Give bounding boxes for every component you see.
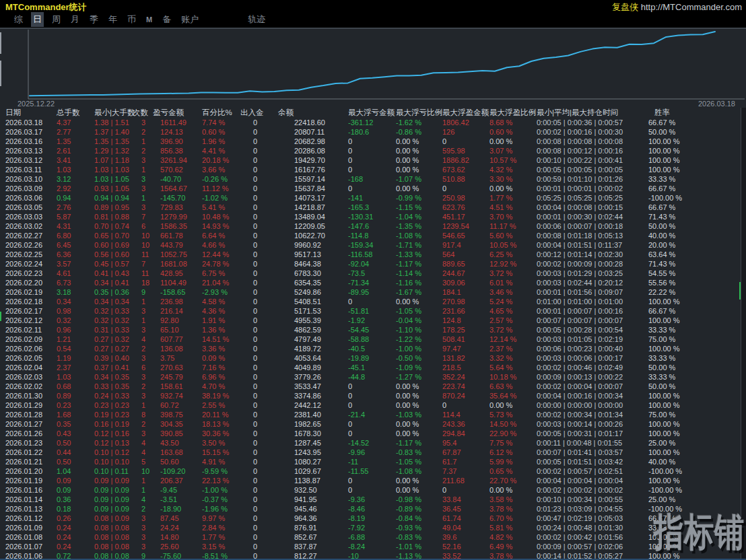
table-row[interactable]: 2026.02.180.340.34 | 0.341236.984.58 %05… [0,297,741,306]
cell-max-float-loss: 0 [348,429,396,438]
table-row[interactable]: 2026.02.206.730.34 | 0.41181104.4921.04 … [0,278,741,287]
table-row[interactable]: 2026.02.243.570.45 | 0.5771681.0824.78 %… [0,259,741,269]
table-row[interactable]: 2026.03.111.031.03 | 1.031570.623.66 %01… [0,165,741,174]
tab-day-active[interactable]: 日 [31,12,44,27]
table-row[interactable]: 2026.01.220.440.10 | 0.124163.6815.15 %0… [0,448,741,457]
cell-max-float-loss: 0 [348,485,396,495]
tab-currency[interactable]: 币 [125,12,138,27]
table-row[interactable]: 2026.02.110.960.31 | 0.33365.101.36 %048… [0,325,741,335]
table-row[interactable]: 2026.01.090.240.08 | 0.08324.242.84 %087… [0,523,741,532]
table-row[interactable]: 2026.03.184.371.38 | 1.5131611.497.74 %0… [0,118,741,127]
brand-url[interactable]: http://MTCommander.com [641,2,742,12]
table-row[interactable]: 2026.01.210.500.10 | 0.10550.604.91 %010… [0,457,741,466]
tab-account[interactable]: 账户 [179,12,201,27]
cell-percent: -1.00 % [202,485,253,495]
cell-max-float-profit-pct: 3.32 % [489,353,537,363]
cell-balance: 3374.86 [294,391,348,400]
tab-month[interactable]: 月 [69,12,81,27]
table-row[interactable]: 2026.01.140.360.09 | 0.094-3.51-0.37 %09… [0,495,741,504]
cell-times: 4 [141,495,160,504]
table-row[interactable]: 2026.03.161.351.35 | 1.351396.901.96 %02… [0,137,741,146]
cell-date: 2026.01.26 [5,429,57,438]
table-row[interactable]: 2026.02.120.320.32 | 0.32192.801.91 %049… [0,316,741,325]
tab-backup[interactable]: 备 [160,12,173,27]
cell-max-float-profit-pct: 5.60 % [489,231,537,240]
table-row[interactable]: 2026.02.266.450.60 | 0.6910443.794.66 %0… [0,240,741,250]
cell-pnl: 92.80 [160,316,202,325]
cell-win-rate: -100.00 % [648,466,746,476]
table-row[interactable]: 2026.03.172.771.37 | 1.402124.130.60 %02… [0,127,741,137]
cell-max-float-loss-pct: -1.17 % [396,438,442,448]
cell-win-rate: -100.00 % [648,193,746,203]
table-row[interactable]: 2026.02.276.800.65 | 0.7010661.786.64 %0… [0,231,741,240]
table-row[interactable]: 2026.03.035.870.81 | 0.8871279.9910.48 %… [0,212,741,221]
table-row[interactable]: 2026.02.170.980.32 | 0.333216.144.36 %05… [0,306,741,316]
table-row[interactable]: 2026.01.070.240.08 | 0.08325.603.15 %083… [0,542,741,551]
cell-date: 2026.03.16 [5,137,57,146]
cell-times: 3 [141,514,160,523]
tab-m[interactable]: M [144,14,154,25]
table-row[interactable]: 2026.02.234.610.41 | 0.4311428.956.75 %0… [0,269,741,278]
table-row[interactable]: 2026.02.256.360.56 | 0.60111052.7512.44 … [0,250,741,259]
table-row[interactable]: 2026.03.024.310.70 | 0.7461586.3514.93 %… [0,221,741,231]
cell-balance: 16167.76 [294,165,348,174]
cell-min-max-lots: 0.08 | 0.09 [94,514,141,523]
cell-pnl: -109.20 [160,466,202,476]
cell-times: 3 [141,542,160,551]
table-row[interactable]: 2026.02.060.540.27 | 0.272136.083.36 %04… [0,344,741,353]
cell-total-lots: 3.57 [57,259,94,269]
table-row[interactable]: 2026.01.260.430.12 | 0.163390.8530.36 %0… [0,429,741,438]
tab-track[interactable]: 轨迹 [246,12,267,27]
table-row[interactable]: 2026.01.190.090.09 | 0.091206.3722.13 %0… [0,476,741,485]
table-row[interactable]: 2026.01.160.090.09 | 0.091-9.45-1.00 %09… [0,485,741,495]
cell-pnl: -3.51 [160,495,202,504]
cell-times: 6 [141,363,160,372]
table-row[interactable]: 2026.02.020.680.33 | 0.352158.614.70 %03… [0,382,741,391]
cell-min-max-lots: 0.27 | 0.27 [94,344,141,353]
cell-max-float-profit: 52.16 [442,542,489,551]
table-row[interactable]: 2026.02.051.190.39 | 0.4033.750.09 %0405… [0,353,741,363]
cell-min-max-lots: 0.08 | 0.08 [94,523,141,532]
cell-max-float-profit-pct: 35.64 % [489,391,537,400]
cell-total-lots: 1.21 [57,335,94,344]
cell-times: 11 [141,269,160,278]
table-row[interactable]: 2026.03.132.611.29 | 1.322856.384.41 %02… [0,146,741,155]
cell-pnl: 236.98 [160,297,202,306]
cell-pnl: -18.90 [160,504,202,514]
cell-deposit: 0 [253,382,294,391]
table-row[interactable]: 2026.01.300.890.24 | 0.333932.7438.19 %0… [0,391,741,400]
table-row[interactable]: 2026.03.060.940.94 | 0.941-145.70-1.02 %… [0,193,741,203]
table-row[interactable]: 2026.03.123.411.07 | 1.1833261.9420.18 %… [0,155,741,165]
table-row[interactable]: 2026.01.230.500.12 | 0.13443.503.50 %012… [0,438,741,448]
right-scrollbar-track[interactable] [741,108,746,560]
table-row[interactable]: 2026.03.103.121.03 | 1.053-40.70-0.26 %0… [0,174,741,184]
table-row[interactable]: 2026.01.080.240.08 | 0.08314.801.77 %085… [0,532,741,542]
table-row[interactable]: 2026.03.092.920.93 | 1.0531564.6711.12 %… [0,184,741,193]
cell-balance: 10622.70 [294,231,348,240]
table-row[interactable]: 2026.03.052.760.89 | 0.953729.835.41 %01… [0,203,741,212]
tab-zong[interactable]: 综 [12,12,25,27]
table-row[interactable]: 2026.01.270.350.16 | 0.192304.3518.13 %0… [0,419,741,429]
cell-max-float-profit-pct: 3.70 % [489,212,537,221]
cell-deposit: 0 [253,410,294,419]
tab-quarter[interactable]: 季 [88,12,100,27]
table-row[interactable]: 2026.01.201.040.10 | 0.1110-109.20-9.59 … [0,466,741,476]
tab-week[interactable]: 周 [50,12,63,27]
table-row[interactable]: 2026.02.042.370.37 | 0.416270.637.16 %04… [0,363,741,372]
table-row[interactable]: 2026.01.130.180.09 | 0.092-18.90-1.96 %0… [0,504,741,514]
cell-max-float-profit-pct: 4.32 % [489,165,537,174]
cell-max-float-profit-pct: 7.75 % [489,438,537,448]
cell-total-lots: 3.41 [57,155,94,165]
cell-win-rate: 100.00 % [648,165,746,174]
table-row[interactable]: 2026.02.193.180.35 | 0.369-158.65-2.93 %… [0,287,741,297]
table-row[interactable]: 2026.01.120.260.08 | 0.09387.459.97 %096… [0,514,741,523]
tab-year[interactable]: 年 [106,12,119,27]
table-row[interactable]: 2026.02.031.030.34 | 0.353245.796.96 %03… [0,372,741,382]
mtcommander-window: MTCommander统计 复盘侠 http://MTCommander.com… [0,0,746,560]
cell-max-float-loss: -89.95 [348,287,396,297]
table-row[interactable]: 2026.01.290.230.23 | 0.23160.722.55 %024… [0,400,741,410]
cell-max-float-loss-pct: -1.16 % [396,278,442,287]
cell-deposit: 0 [253,269,294,278]
table-row[interactable]: 2026.02.091.210.27 | 0.324607.7714.51 %0… [0,335,741,344]
table-row[interactable]: 2026.01.281.680.19 | 0.238398.7520.11 %0… [0,410,741,419]
